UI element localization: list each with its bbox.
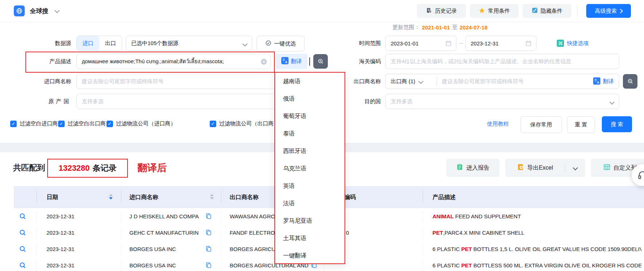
save-common-button[interactable]: 保存常用 — [520, 116, 562, 133]
clear-icon[interactable] — [261, 59, 267, 66]
checkbox-checked-icon[interactable]: ✓ — [10, 121, 17, 127]
data-source-label: 数据源 — [15, 36, 71, 51]
annotation-box-count: 1323280 条记录 — [47, 159, 128, 178]
globe-logo-icon — [14, 5, 25, 16]
columns-icon — [603, 163, 611, 172]
filter-blank-exporter[interactable]: ✓ 过滤空白出口商 — [58, 120, 106, 127]
svg-text:A: A — [597, 80, 599, 84]
product-desc-input[interactable]: домашнее животное;Thú cưng.;animal;สัตว์… — [76, 54, 271, 69]
tutorial-link[interactable]: 使用教程 — [487, 121, 509, 128]
date-from-input[interactable]: 2023-01-01 — [385, 36, 456, 51]
advanced-search-button[interactable]: 高级搜索 — [586, 4, 631, 18]
data-source-select[interactable]: 已选中105个数据源 — [126, 36, 252, 51]
exact-match-icon[interactable] — [623, 74, 637, 89]
copy-icon[interactable] — [205, 246, 212, 252]
chevron-down-icon — [609, 100, 615, 105]
export-excel-group: 导出Excel — [505, 159, 585, 177]
cell-product: 6 PLASTIC PET BOTTLESS 500 ML. EXTRA VIR… — [432, 257, 641, 271]
svg-text:A: A — [285, 60, 287, 64]
checkbox-checked-icon[interactable]: ✓ — [210, 121, 216, 127]
cell-date: 2023-12-31 — [47, 208, 75, 225]
collapse-icon — [532, 7, 538, 15]
row-search-icon[interactable] — [19, 262, 27, 269]
report-icon — [456, 163, 463, 172]
menu-item-portuguese[interactable]: 葡萄牙语 — [275, 108, 345, 125]
chevron-down-icon — [572, 165, 577, 170]
time-range-label: 时间范围 — [320, 36, 381, 51]
menu-item-english[interactable]: 英语 — [275, 177, 345, 195]
menu-item-vietnamese[interactable]: 越南语 — [275, 73, 345, 90]
date-dash: – — [459, 36, 464, 51]
filter-blank-importer[interactable]: ✓ 过滤空白进口商 — [10, 120, 58, 127]
cell-importer: BORGES USA INC — [129, 257, 202, 271]
col-importer[interactable]: 进口商名称 — [129, 186, 158, 208]
history-icon — [426, 7, 432, 15]
topbar-divider — [577, 5, 577, 16]
exporter-input[interactable]: 建议去除公司尾部字符或特殊符号 — [437, 78, 593, 85]
chevron-down-icon — [418, 79, 423, 84]
menu-item-french[interactable]: 法语 — [275, 195, 345, 212]
toggle-import[interactable]: 进口 — [77, 36, 99, 50]
col-exporter[interactable]: 出口商名称 — [230, 186, 259, 208]
destination-input[interactable]: 支持多选 — [385, 94, 619, 109]
menu-item-turkish[interactable]: 土耳其语 — [275, 230, 345, 247]
menu-item-russian[interactable]: 俄语 — [275, 90, 345, 108]
hide-conditions-button[interactable]: 隐藏条件 — [523, 4, 571, 18]
copy-icon[interactable] — [205, 229, 212, 236]
translate-button[interactable]: A 翻译 — [275, 54, 307, 69]
translate-icon: A — [593, 77, 600, 86]
copy-icon[interactable] — [205, 262, 212, 268]
menu-item-translate-all[interactable]: 一键翻译 — [275, 247, 345, 264]
cell-product: PET,PARC4.X MINI CABINET SHELL — [432, 225, 641, 241]
checkbox-checked-icon[interactable]: ✓ — [58, 121, 65, 127]
history-button[interactable]: 历史记录 — [417, 4, 466, 18]
optimize-button[interactable]: 一键优选 — [257, 36, 305, 52]
reset-button[interactable]: 重 置 — [567, 116, 595, 133]
cell-product: 6 PLASTIC PET BOTTLES 1,5 L. OLIVE OIL G… — [432, 241, 641, 257]
circle-check-icon — [265, 40, 271, 47]
text-cursor — [309, 57, 310, 66]
col-date[interactable]: 日期 — [47, 186, 58, 208]
cell-date: 2023-12-31 — [47, 257, 75, 271]
sort-date[interactable] — [109, 194, 113, 199]
menu-item-romanian[interactable]: 罗马尼亚语 — [275, 212, 345, 230]
menu-item-thai[interactable]: 泰语 — [275, 125, 345, 142]
sort-importer[interactable] — [210, 194, 214, 199]
cell-importer: BORGES USA INC — [129, 241, 202, 257]
quick-options-button[interactable]: ⌘ 快捷选项 — [557, 36, 589, 51]
export-excel-button[interactable]: 导出Excel — [505, 159, 565, 177]
menu-item-spanish[interactable]: 西班牙语 — [275, 142, 345, 160]
headset-icon — [637, 170, 644, 180]
match-count-unit: 条记录 — [93, 163, 117, 174]
import-export-toggle: 进口 出口 — [76, 36, 122, 51]
col-product: 产品描述 — [432, 186, 456, 208]
export-icon — [517, 163, 524, 172]
hs-code-label: 海关编码 — [320, 54, 381, 69]
command-icon: ⌘ — [557, 40, 564, 47]
checkbox-checked-icon[interactable]: ✓ — [106, 121, 113, 127]
filter-logistics-importer[interactable]: ✓ 过滤物流公司（进口商） — [106, 120, 176, 127]
favorites-button[interactable]: 常用条件 — [470, 4, 519, 18]
exporter-type-select[interactable]: 出口商 (1) — [386, 74, 436, 89]
importer-label: 进口商名称 — [15, 74, 71, 89]
update-range-from: 2021-01-01 — [422, 24, 450, 31]
update-range-to: 2024-07-18 — [460, 24, 488, 31]
menu-item-ukrainian[interactable]: 乌克兰语 — [275, 160, 345, 177]
enter-report-button[interactable]: 进入报告 — [446, 159, 499, 177]
row-search-icon[interactable] — [19, 229, 27, 236]
copy-icon[interactable] — [205, 213, 212, 219]
toggle-export[interactable]: 出口 — [99, 36, 122, 50]
hs-code-input[interactable]: 支持4位以上海关编码，或2位海关编码加上产品描述、企业名称的任意信息 — [385, 54, 619, 69]
filter-logistics-exporter[interactable]: ✓ 过滤物流公司（出口商） — [210, 120, 279, 127]
export-dropdown-button[interactable] — [565, 159, 585, 177]
cell-importer: J D HEISKELL AND COMPA — [129, 208, 202, 225]
cell-importer: GEHC CT MANUFACTURIN — [129, 225, 202, 241]
search-button[interactable]: 搜 索 — [602, 116, 632, 132]
exporter-translate-button[interactable]: A 翻译 — [593, 77, 619, 86]
cell-date: 2023-12-31 — [47, 241, 75, 257]
date-to-input[interactable]: 2023-12-31 — [465, 36, 536, 51]
global-search-page: 全球搜 历史记录 常用条件 隐藏条件 高级搜索 更新范围： 2021-01-01… — [0, 0, 644, 271]
row-search-icon[interactable] — [19, 213, 27, 220]
exporter-group: 出口商 (1) 建议去除公司尾部字符或特殊符号 A 翻译 — [385, 74, 619, 89]
row-search-icon[interactable] — [19, 245, 27, 253]
